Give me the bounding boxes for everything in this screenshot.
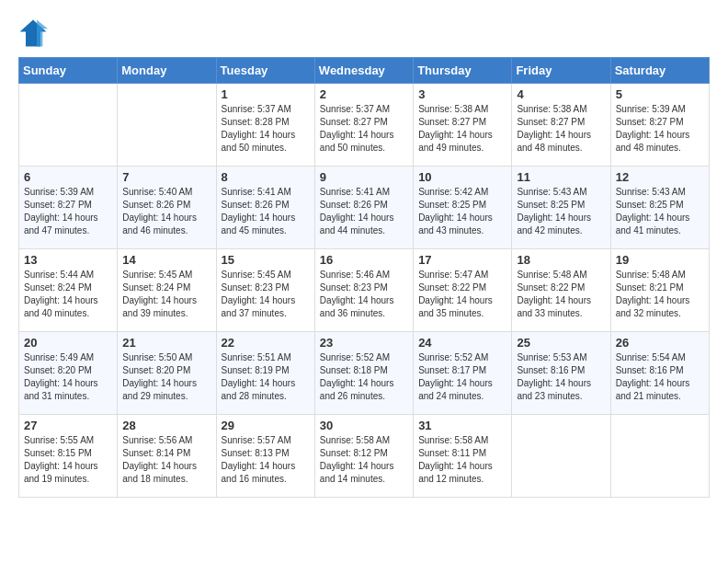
svg-marker-1 <box>37 20 48 47</box>
day-info: Sunrise: 5:52 AMSunset: 8:18 PMDaylight:… <box>320 351 408 403</box>
calendar-cell <box>610 415 709 498</box>
calendar-cell: 18Sunrise: 5:48 AMSunset: 8:22 PMDayligh… <box>512 249 610 332</box>
day-number: 22 <box>222 336 310 350</box>
day-number: 30 <box>320 419 408 432</box>
day-number: 16 <box>320 253 408 267</box>
calendar-cell: 9Sunrise: 5:41 AMSunset: 8:26 PMDaylight… <box>314 167 413 249</box>
calendar-cell: 30Sunrise: 5:58 AMSunset: 8:12 PMDayligh… <box>314 415 413 498</box>
calendar-week-row: 1Sunrise: 5:37 AMSunset: 8:28 PMDaylight… <box>19 84 710 167</box>
calendar-cell: 10Sunrise: 5:42 AMSunset: 8:25 PMDayligh… <box>414 167 512 249</box>
day-info: Sunrise: 5:58 AMSunset: 8:11 PMDaylight:… <box>418 434 506 486</box>
day-info: Sunrise: 5:44 AMSunset: 8:24 PMDaylight:… <box>24 269 112 320</box>
day-info: Sunrise: 5:40 AMSunset: 8:26 PMDaylight:… <box>122 186 210 237</box>
calendar-cell: 2Sunrise: 5:37 AMSunset: 8:27 PMDaylight… <box>314 84 413 167</box>
weekday-header: Wednesday <box>314 58 413 84</box>
calendar-cell: 14Sunrise: 5:45 AMSunset: 8:24 PMDayligh… <box>118 249 216 332</box>
calendar-cell: 19Sunrise: 5:48 AMSunset: 8:21 PMDayligh… <box>610 249 709 332</box>
day-number: 2 <box>320 87 408 101</box>
day-number: 5 <box>616 87 704 101</box>
day-number: 11 <box>517 170 605 184</box>
day-number: 6 <box>24 170 112 184</box>
day-number: 24 <box>418 336 506 350</box>
weekday-header: Friday <box>512 58 610 84</box>
calendar-cell: 3Sunrise: 5:38 AMSunset: 8:27 PMDaylight… <box>414 84 512 167</box>
day-info: Sunrise: 5:54 AMSunset: 8:16 PMDaylight:… <box>616 351 704 403</box>
day-info: Sunrise: 5:50 AMSunset: 8:20 PMDaylight:… <box>122 351 210 403</box>
day-number: 17 <box>418 253 506 267</box>
weekday-header: Saturday <box>610 58 709 84</box>
day-number: 15 <box>222 253 310 267</box>
calendar-cell <box>118 84 216 167</box>
calendar-table: SundayMondayTuesdayWednesdayThursdayFrid… <box>18 57 710 498</box>
day-number: 31 <box>418 419 506 432</box>
day-info: Sunrise: 5:37 AMSunset: 8:28 PMDaylight:… <box>222 103 310 155</box>
day-info: Sunrise: 5:47 AMSunset: 8:22 PMDaylight:… <box>418 269 506 320</box>
logo-icon <box>18 18 48 48</box>
day-info: Sunrise: 5:48 AMSunset: 8:22 PMDaylight:… <box>517 269 605 320</box>
calendar-cell: 1Sunrise: 5:37 AMSunset: 8:28 PMDaylight… <box>216 84 314 167</box>
day-number: 14 <box>122 253 210 267</box>
calendar-cell: 4Sunrise: 5:38 AMSunset: 8:27 PMDaylight… <box>512 84 610 167</box>
calendar-cell: 15Sunrise: 5:45 AMSunset: 8:23 PMDayligh… <box>216 249 314 332</box>
calendar-week-row: 20Sunrise: 5:49 AMSunset: 8:20 PMDayligh… <box>19 332 710 415</box>
calendar-week-row: 27Sunrise: 5:55 AMSunset: 8:15 PMDayligh… <box>19 415 710 498</box>
calendar-cell: 28Sunrise: 5:56 AMSunset: 8:14 PMDayligh… <box>118 415 216 498</box>
calendar-cell: 16Sunrise: 5:46 AMSunset: 8:23 PMDayligh… <box>314 249 413 332</box>
calendar-cell: 27Sunrise: 5:55 AMSunset: 8:15 PMDayligh… <box>19 415 118 498</box>
day-number: 4 <box>517 87 605 101</box>
day-info: Sunrise: 5:45 AMSunset: 8:24 PMDaylight:… <box>122 269 210 320</box>
day-number: 1 <box>222 87 310 101</box>
day-info: Sunrise: 5:41 AMSunset: 8:26 PMDaylight:… <box>320 186 408 237</box>
calendar-cell: 20Sunrise: 5:49 AMSunset: 8:20 PMDayligh… <box>19 332 118 415</box>
calendar-cell: 17Sunrise: 5:47 AMSunset: 8:22 PMDayligh… <box>414 249 512 332</box>
calendar-cell <box>19 84 118 167</box>
calendar-cell: 26Sunrise: 5:54 AMSunset: 8:16 PMDayligh… <box>610 332 709 415</box>
calendar-cell: 25Sunrise: 5:53 AMSunset: 8:16 PMDayligh… <box>512 332 610 415</box>
calendar-week-row: 6Sunrise: 5:39 AMSunset: 8:27 PMDaylight… <box>19 167 710 249</box>
day-info: Sunrise: 5:52 AMSunset: 8:17 PMDaylight:… <box>418 351 506 403</box>
calendar-cell: 23Sunrise: 5:52 AMSunset: 8:18 PMDayligh… <box>314 332 413 415</box>
day-number: 13 <box>24 253 112 267</box>
calendar-cell: 11Sunrise: 5:43 AMSunset: 8:25 PMDayligh… <box>512 167 610 249</box>
calendar-cell: 29Sunrise: 5:57 AMSunset: 8:13 PMDayligh… <box>216 415 314 498</box>
calendar-cell: 21Sunrise: 5:50 AMSunset: 8:20 PMDayligh… <box>118 332 216 415</box>
calendar-week-row: 13Sunrise: 5:44 AMSunset: 8:24 PMDayligh… <box>19 249 710 332</box>
day-number: 25 <box>517 336 605 350</box>
page-header <box>18 18 710 48</box>
calendar-cell: 8Sunrise: 5:41 AMSunset: 8:26 PMDaylight… <box>216 167 314 249</box>
calendar-cell: 12Sunrise: 5:43 AMSunset: 8:25 PMDayligh… <box>610 167 709 249</box>
weekday-header: Thursday <box>414 58 512 84</box>
calendar-cell <box>512 415 610 498</box>
calendar-cell: 24Sunrise: 5:52 AMSunset: 8:17 PMDayligh… <box>414 332 512 415</box>
day-info: Sunrise: 5:56 AMSunset: 8:14 PMDaylight:… <box>122 434 210 486</box>
calendar-cell: 6Sunrise: 5:39 AMSunset: 8:27 PMDaylight… <box>19 167 118 249</box>
day-number: 18 <box>517 253 605 267</box>
logo <box>18 18 51 48</box>
day-info: Sunrise: 5:43 AMSunset: 8:25 PMDaylight:… <box>616 186 704 237</box>
day-info: Sunrise: 5:53 AMSunset: 8:16 PMDaylight:… <box>517 351 605 403</box>
calendar-cell: 13Sunrise: 5:44 AMSunset: 8:24 PMDayligh… <box>19 249 118 332</box>
day-number: 12 <box>616 170 704 184</box>
day-number: 8 <box>222 170 310 184</box>
day-info: Sunrise: 5:39 AMSunset: 8:27 PMDaylight:… <box>24 186 112 237</box>
day-number: 20 <box>24 336 112 350</box>
day-info: Sunrise: 5:45 AMSunset: 8:23 PMDaylight:… <box>222 269 310 320</box>
weekday-header: Sunday <box>19 58 118 84</box>
day-number: 29 <box>222 419 310 432</box>
day-info: Sunrise: 5:55 AMSunset: 8:15 PMDaylight:… <box>24 434 112 486</box>
day-number: 23 <box>320 336 408 350</box>
day-number: 3 <box>418 87 506 101</box>
calendar-header-row: SundayMondayTuesdayWednesdayThursdayFrid… <box>19 58 710 84</box>
day-number: 7 <box>122 170 210 184</box>
calendar-cell: 7Sunrise: 5:40 AMSunset: 8:26 PMDaylight… <box>118 167 216 249</box>
weekday-header: Tuesday <box>216 58 314 84</box>
day-info: Sunrise: 5:39 AMSunset: 8:27 PMDaylight:… <box>616 103 704 155</box>
day-info: Sunrise: 5:57 AMSunset: 8:13 PMDaylight:… <box>222 434 310 486</box>
day-info: Sunrise: 5:42 AMSunset: 8:25 PMDaylight:… <box>418 186 506 237</box>
day-number: 21 <box>122 336 210 350</box>
day-info: Sunrise: 5:37 AMSunset: 8:27 PMDaylight:… <box>320 103 408 155</box>
day-info: Sunrise: 5:49 AMSunset: 8:20 PMDaylight:… <box>24 351 112 403</box>
day-info: Sunrise: 5:46 AMSunset: 8:23 PMDaylight:… <box>320 269 408 320</box>
calendar-cell: 31Sunrise: 5:58 AMSunset: 8:11 PMDayligh… <box>414 415 512 498</box>
day-info: Sunrise: 5:58 AMSunset: 8:12 PMDaylight:… <box>320 434 408 486</box>
